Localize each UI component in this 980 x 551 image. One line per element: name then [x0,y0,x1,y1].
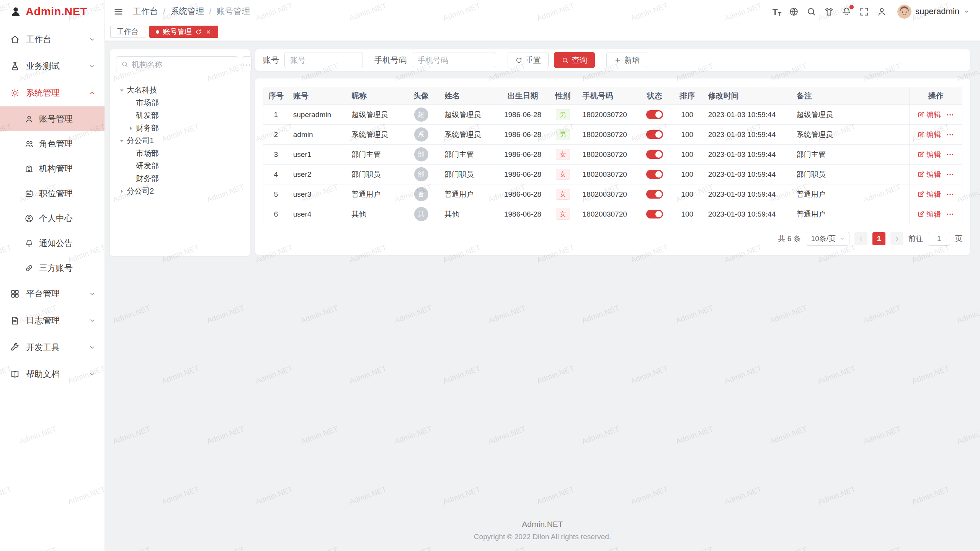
chevron-up-icon [88,89,96,97]
edit-button[interactable]: 编辑 [917,150,941,160]
edit-button[interactable]: 编辑 [917,170,941,179]
page-size-select[interactable]: 10条/页 [806,232,849,246]
sidebar-item-workbench[interactable]: 工作台 [0,26,105,53]
caret-icon[interactable] [118,137,125,144]
user-menu[interactable]: superadmin [897,5,970,19]
status-toggle[interactable] [646,130,663,139]
more-actions-button[interactable] [946,170,954,179]
org-search-input[interactable] [132,60,233,69]
sidebar-subitem-org-management[interactable]: 机构管理 [0,156,105,181]
sidebar-subitem-account-management[interactable]: 账号管理 [0,106,105,131]
font-size-icon[interactable]: TT [773,7,781,17]
edit-button[interactable]: 编辑 [917,189,941,199]
org-search-box[interactable] [116,56,238,72]
logo-icon [10,6,21,17]
tree-node[interactable]: 市场部 [116,96,244,109]
next-page-button[interactable] [890,232,903,245]
theme-icon[interactable] [824,7,834,17]
gender-cell: 女 [548,165,578,184]
sidebar-item-label: 帮助文档 [26,368,82,380]
sidebar-item-business-test[interactable]: 业务测试 [0,53,105,80]
birthdate-cell: 1986-06-28 [498,125,548,145]
menu-collapse-icon[interactable] [113,7,124,17]
sidebar-subitem-role-management[interactable]: 角色管理 [0,131,105,156]
tree-node[interactable]: 财务部 [116,122,244,134]
status-toggle[interactable] [646,110,663,119]
column-header-10: 排序 [671,87,704,105]
tree-node[interactable]: 研发部 [116,109,244,122]
tab-account-management[interactable]: 账号管理 [149,26,218,38]
sidebar-item-log-management[interactable]: 日志管理 [0,307,105,334]
tree-node[interactable]: 研发部 [116,160,244,172]
status-toggle[interactable] [646,190,663,199]
edit-button[interactable]: 编辑 [917,130,941,140]
row-avatar: 系 [414,127,428,142]
table-row: 1superadmin超级管理员超超级管理员1986-06-28男1802003… [263,105,962,125]
tree-node[interactable]: 大名科技 [116,84,244,96]
status-toggle[interactable] [646,170,663,179]
edit-icon [917,191,924,198]
breadcrumb-item-workbench[interactable]: 工作台 [133,6,158,17]
reset-button[interactable]: 重置 [508,52,549,68]
sidebar-subitem-position-management[interactable]: 职位管理 [0,181,105,206]
edit-button[interactable]: 编辑 [917,209,941,219]
more-actions-button[interactable] [946,111,954,119]
phone-input[interactable] [412,52,496,68]
breadcrumb-item-system[interactable]: 系统管理 [170,6,204,17]
tree-more-button[interactable]: ··· [242,56,252,72]
add-button[interactable]: 新增 [606,52,647,68]
sidebar-item-system-management[interactable]: 系统管理 [0,80,105,106]
table-row: 6user4其他其其他1986-06-28女180200307201002023… [263,204,962,224]
page-number-1[interactable]: 1 [872,232,885,245]
language-icon[interactable] [789,7,799,17]
gender-cell: 女 [548,184,578,204]
row-avatar: 部 [414,147,428,161]
tree-node[interactable]: 财务部 [116,172,244,185]
search-icon [121,60,129,68]
tree-search-row: ··· [116,56,244,72]
more-actions-button[interactable] [946,150,954,159]
account-input[interactable] [284,52,363,68]
tree-node[interactable]: 分公司2 [116,185,244,197]
sidebar-subitem-label: 个人中心 [39,213,73,224]
sidebar-subitem-personal-center[interactable]: 个人中心 [0,206,105,231]
tree-node[interactable]: 市场部 [116,147,244,160]
caret-icon[interactable] [127,125,134,132]
more-actions-button[interactable] [946,130,954,139]
tree-node[interactable]: 分公司1 [116,134,244,147]
sidebar-item-platform-management[interactable]: 平台管理 [0,280,105,307]
more-actions-button[interactable] [946,210,954,218]
status-toggle[interactable] [646,210,663,218]
more-actions-button[interactable] [946,190,954,199]
notification-bell-icon[interactable] [841,7,852,17]
sidebar-subitem-third-party-account[interactable]: 三方账号 [0,256,105,280]
sidebar-item-dev-tools[interactable]: 开发工具 [0,334,105,361]
status-toggle[interactable] [646,150,663,159]
sidebar-subitem-notice[interactable]: 通知公告 [0,231,105,256]
page-unit-label: 页 [955,234,962,244]
gender-badge: 女 [556,189,570,200]
column-header-12: 备注 [792,87,910,105]
sidebar-item-help-docs[interactable]: 帮助文档 [0,361,105,388]
app-logo[interactable]: Admin.NET [0,0,105,23]
caret-icon[interactable] [118,87,125,94]
fullscreen-icon[interactable] [859,7,869,17]
index-cell: 5 [263,184,289,204]
sidebar-subitem-label: 机构管理 [39,163,73,174]
gender-badge: 男 [556,109,570,120]
edit-button[interactable]: 编辑 [917,110,941,120]
tab-workbench[interactable]: 工作台 [110,26,145,38]
prev-page-button[interactable] [854,232,867,245]
chevron-down-icon [88,290,96,298]
search-button[interactable]: 查询 [554,52,595,68]
profile-icon[interactable] [877,7,887,17]
refresh-icon[interactable] [195,29,202,35]
nickname-cell: 系统管理员 [347,125,402,145]
close-icon[interactable] [205,29,212,35]
ops-cell: 编辑 [910,125,962,145]
search-icon[interactable] [806,7,817,17]
goto-page-input[interactable] [928,232,950,246]
chevron-down-icon [839,236,845,242]
chevron-down-icon [88,344,96,351]
caret-icon[interactable] [118,188,125,195]
